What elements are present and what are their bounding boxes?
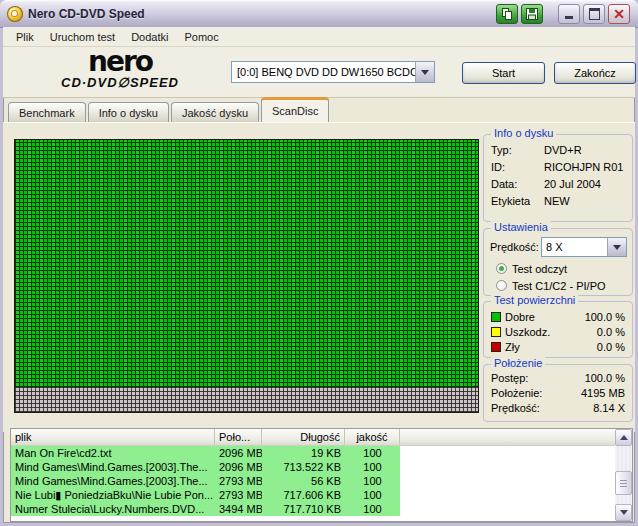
exit-button[interactable]: Zakończ: [554, 62, 636, 84]
scan-grid-good: [15, 140, 478, 387]
file-table-header: plik Poło... Długość jakość: [11, 429, 632, 446]
progress-label: Postęp:: [491, 371, 528, 386]
table-scrollbar[interactable]: [615, 429, 632, 521]
chevron-down-icon: [620, 510, 628, 515]
cell-q: 100: [345, 460, 400, 474]
scroll-up-button[interactable]: [615, 429, 632, 446]
bad-percent: 0.0 %: [597, 341, 625, 353]
nero-logo: nero CD·DVD∅SPEED: [25, 49, 215, 90]
grip-icon: [620, 480, 627, 487]
minimize-icon: [565, 16, 573, 19]
nero-logo-text: nero: [25, 49, 215, 75]
title-bar: Nero CD-DVD Speed ✕: [0, 0, 638, 28]
menu-pomoc[interactable]: Pomoc: [176, 29, 226, 45]
scroll-down-button[interactable]: [615, 504, 632, 521]
close-icon: ✕: [613, 7, 625, 21]
cell-len: 713.522 KB: [262, 460, 345, 474]
radio-test-odczyt[interactable]: Test odczyt: [496, 261, 632, 276]
legend-good: Dobre100.0 %: [491, 309, 625, 324]
legend-bad: Zły0.0 %: [491, 339, 625, 354]
settings-title: Ustawienia: [491, 221, 551, 233]
menu-bar: Plik Uruchom test Dodatki Pomoc: [3, 27, 635, 47]
disc-info-group: Info o dysku Typ:DVD+R ID:RICOHJPN R01 D…: [483, 134, 633, 222]
damaged-label: Uszkodz.: [505, 326, 550, 338]
scan-grid-unscanned: [15, 387, 478, 412]
good-percent: 100.0 %: [585, 311, 625, 323]
disc-id-value: RICOHJPN R01: [544, 159, 623, 176]
bad-swatch-icon: [491, 342, 501, 352]
minimize-button[interactable]: [558, 4, 580, 24]
speed-select-arrow[interactable]: [607, 238, 626, 256]
scan-grid: [14, 139, 479, 413]
radio-test-odczyt-label: Test odczyt: [512, 263, 567, 275]
cell-len: 19 KB: [262, 446, 345, 460]
cell-plik: Mind Games\Mind.Games.[2003].The...: [11, 474, 215, 488]
disc-id-label: ID:: [491, 159, 505, 176]
disc-type-value: DVD+R: [544, 142, 582, 159]
col-header-polozenie[interactable]: Poło...: [215, 429, 262, 445]
cell-pos: 3494 MB: [215, 502, 262, 516]
table-row[interactable]: Numer Stulecia\Lucky.Numbers.DVD... 3494…: [11, 502, 400, 516]
speed-select[interactable]: 8 X: [541, 237, 627, 257]
save-icon: [526, 8, 538, 20]
table-row[interactable]: Mind Games\Mind.Games.[2003].The... 2096…: [11, 460, 400, 474]
speed-label: Prędkość:: [490, 241, 539, 253]
damaged-percent: 0.0 %: [597, 326, 625, 338]
disc-date-label: Data:: [491, 176, 517, 193]
settings-group: Ustawienia Prędkość: 8 X Test odczyt Tes…: [483, 228, 633, 296]
tab-info-o-dysku[interactable]: Info o dysku: [88, 102, 169, 122]
table-row[interactable]: Man On Fire\cd2.txt 2096 MB 19 KB 100: [11, 446, 400, 460]
radio-test-c1c2-label: Test C1/C2 - PI/PO: [512, 280, 606, 292]
current-speed-value: 8.14 X: [593, 401, 625, 416]
close-button[interactable]: ✕: [608, 4, 630, 24]
col-header-plik[interactable]: plik: [11, 429, 215, 445]
surface-test-group: Test powierzchni Dobre100.0 % Uszkodz.0.…: [483, 301, 633, 358]
radio-icon-checked[interactable]: [496, 263, 507, 274]
tab-benchmark[interactable]: Benchmark: [8, 102, 86, 122]
radio-test-c1c2[interactable]: Test C1/C2 - PI/PO: [496, 278, 632, 293]
cell-q: 100: [345, 446, 400, 460]
cell-pos: 2793 MB: [215, 474, 262, 488]
cell-plik: Numer Stulecia\Lucky.Numbers.DVD...: [11, 502, 215, 516]
start-button[interactable]: Start: [462, 62, 545, 84]
copy-button[interactable]: [496, 4, 518, 24]
cell-plik: Mind Games\Mind.Games.[2003].The...: [11, 460, 215, 474]
drive-select[interactable]: [0:0] BENQ DVD DD DW1650 BCDC: [231, 61, 435, 83]
radio-icon-unchecked[interactable]: [496, 280, 507, 291]
menu-dodatki[interactable]: Dodatki: [123, 29, 176, 45]
maximize-icon: [589, 8, 600, 20]
table-row[interactable]: Mind Games\Mind.Games.[2003].The... 2793…: [11, 474, 400, 488]
surface-test-title: Test powierzchni: [491, 294, 578, 306]
drive-select-value: [0:0] BENQ DVD DD DW1650 BCDC: [232, 66, 415, 78]
table-row[interactable]: Nie Lubi▮ PoniedziaBku\Nie Lubie Pon... …: [11, 488, 400, 502]
cell-len: 717.710 KB: [262, 502, 345, 516]
chevron-down-icon: [421, 70, 429, 75]
col-header-jakosc[interactable]: jakość: [345, 429, 400, 445]
cell-q: 100: [345, 502, 400, 516]
menu-plik[interactable]: Plik: [8, 29, 42, 45]
app-window: Nero CD-DVD Speed ✕ Plik Uruchom test Do…: [0, 0, 638, 526]
disc-type-label: Typ:: [491, 142, 512, 159]
chevron-up-icon: [620, 435, 628, 440]
location-label: Położenie:: [491, 386, 542, 401]
cell-plik: Nie Lubi▮ PoniedziaBku\Nie Lubie Pon...: [11, 488, 215, 502]
damaged-swatch-icon: [491, 327, 501, 337]
save-button[interactable]: [521, 4, 543, 24]
legend-damaged: Uszkodz.0.0 %: [491, 324, 625, 339]
tab-scandisc[interactable]: ScanDisc: [261, 97, 329, 122]
scrollbar-thumb[interactable]: [615, 471, 632, 495]
tab-jakosc-dysku[interactable]: Jakość dysku: [171, 102, 259, 122]
cell-q: 100: [345, 474, 400, 488]
disc-label-value: NEW: [544, 193, 570, 210]
position-group: Położenie Postęp:100.0 % Położenie:4195 …: [483, 364, 633, 422]
tab-strip: Benchmark Info o dysku Jakość dysku Scan…: [8, 100, 331, 122]
cell-q: 100: [345, 488, 400, 502]
file-table: plik Poło... Długość jakość Man On Fire\…: [10, 428, 633, 522]
drive-select-arrow[interactable]: [415, 62, 434, 82]
cell-pos: 2793 MB: [215, 488, 262, 502]
col-header-dlugosc[interactable]: Długość: [262, 429, 345, 445]
maximize-button[interactable]: [583, 4, 605, 24]
progress-value: 100.0 %: [585, 371, 625, 386]
cell-len: 717.606 KB: [262, 488, 345, 502]
menu-uruchom-test[interactable]: Uruchom test: [42, 29, 123, 45]
